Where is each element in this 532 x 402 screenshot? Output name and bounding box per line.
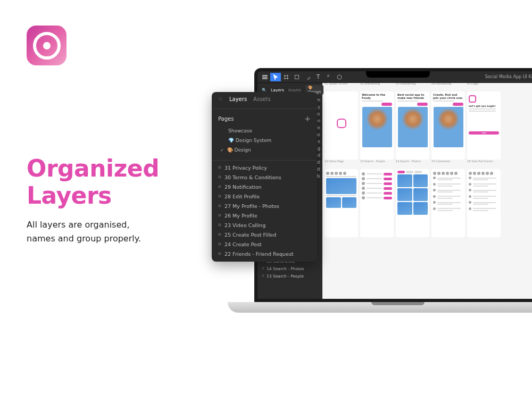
layer-item[interactable]: ⌗30 Terms & Conditions <box>212 172 317 182</box>
menu-icon[interactable] <box>260 73 270 81</box>
artboard[interactable] <box>467 169 501 237</box>
svg-rect-0 <box>263 75 268 76</box>
layer-item[interactable]: ⌗31 Privacy Policy <box>212 163 317 172</box>
layer-item[interactable]: ⌗22 Friends - Friend Request <box>212 249 317 258</box>
layers-popup: Layers Assets Pages + Showcase💎 Design S… <box>212 92 317 262</box>
frame-icon: ⌗ <box>218 212 221 219</box>
search-icon[interactable] <box>218 97 223 102</box>
artboard[interactable] <box>396 169 429 237</box>
frame-tool-icon[interactable] <box>281 73 292 81</box>
svg-rect-1 <box>263 77 268 77</box>
layer-item[interactable]: ⌗23 Video Calling <box>212 220 317 230</box>
svg-rect-3 <box>295 75 299 79</box>
pages-label: Pages <box>218 116 234 122</box>
layer-item[interactable]: ⌗25 Create Post Filled <box>212 230 317 239</box>
laptop-mockup: T Social Media App UI Kit 🔍 Layers Asset… <box>228 68 532 323</box>
layer-item[interactable]: ⌗24 Create Post <box>212 239 317 249</box>
frame-icon: ⌗ <box>218 193 221 199</box>
frame-icon: ⌗ <box>218 231 221 238</box>
layer-item[interactable]: ⌗29 Notification <box>212 182 317 191</box>
brand-logo <box>27 26 66 65</box>
svg-point-5 <box>219 98 222 100</box>
popup-tab-layers[interactable]: Layers <box>229 96 247 102</box>
design-canvas[interactable]: 01 Splash Screen02 OnboardingWelcome to … <box>322 83 532 299</box>
frame-icon: ⌗ <box>262 266 264 271</box>
frame-icon: ⌗ <box>218 174 221 180</box>
hand-tool-icon[interactable] <box>323 73 334 81</box>
frame-icon: ⌗ <box>218 203 221 209</box>
artboard-title: 13 Search - People <box>360 160 385 163</box>
frame-icon: ⌗ <box>218 250 221 257</box>
text-tool-icon[interactable]: T <box>313 73 323 81</box>
artboard[interactable] <box>431 169 465 237</box>
laptop-base <box>228 302 532 313</box>
svg-point-4 <box>337 75 342 79</box>
frame-icon: ⌗ <box>218 183 221 190</box>
popup-tab-assets[interactable]: Assets <box>253 96 271 102</box>
frame-icon: ⌗ <box>218 222 221 228</box>
add-page-button[interactable]: + <box>304 114 311 123</box>
page-item[interactable]: 💎 Design System <box>212 136 317 145</box>
frame-icon: ⌗ <box>218 164 221 171</box>
artboard[interactable] <box>325 169 358 237</box>
artboard[interactable]: Create, find and join your circle now <box>431 91 465 160</box>
layer-item[interactable]: ⌗13 Search - People <box>257 272 322 280</box>
shape-tool-icon[interactable] <box>292 73 302 81</box>
project-title: Social Media App UI Kit <box>485 74 532 79</box>
frame-icon: ⌗ <box>218 241 221 247</box>
move-tool-icon[interactable] <box>270 73 281 81</box>
artboard-title: 15 Comments <box>431 160 450 163</box>
notch <box>366 71 430 78</box>
frame-icon: ⌗ <box>262 273 264 279</box>
layer-item[interactable]: ⌗27 My Profile - Photos <box>212 201 317 211</box>
page-title: Organized Layers <box>27 155 159 209</box>
artboard-title: 14 Search - Photos <box>396 160 421 163</box>
artboard[interactable]: Let's get you Login!Login <box>467 91 501 160</box>
page-item[interactable]: 🎨 Design <box>212 145 317 155</box>
artboard[interactable]: Welcome to the Fondy <box>360 91 394 160</box>
brand-logo-icon <box>27 26 66 65</box>
layer-item[interactable]: ⌗26 My Profile <box>212 211 317 220</box>
artboard[interactable] <box>360 169 394 237</box>
comment-tool-icon[interactable] <box>334 73 345 81</box>
pen-tool-icon[interactable] <box>302 73 313 81</box>
artboard[interactable] <box>325 91 358 160</box>
page-subtitle: All layers are organised, names and grou… <box>27 218 141 245</box>
svg-rect-2 <box>263 78 268 79</box>
artboard[interactable]: Best social app to make new friends <box>396 91 429 160</box>
artboard-title: 12 Home Page <box>325 160 344 163</box>
layer-item[interactable]: ⌗14 Search - Photos <box>257 265 322 272</box>
layer-item[interactable]: ⌗28 Edit Profile <box>212 191 317 201</box>
page-item[interactable]: Showcase <box>212 126 317 136</box>
artboard-title: 16 View Full Comm... <box>467 160 495 163</box>
